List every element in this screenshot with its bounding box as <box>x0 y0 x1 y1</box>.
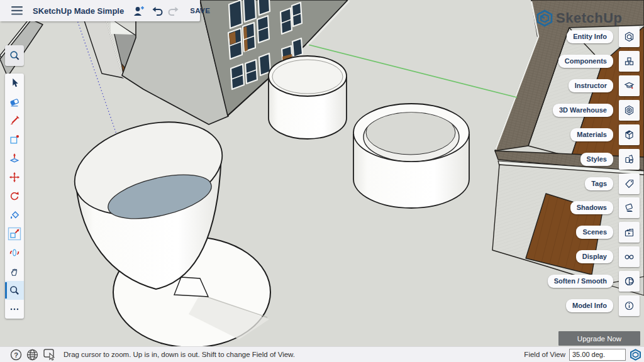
materials-icon <box>624 129 635 140</box>
zoom-tool[interactable] <box>5 281 24 300</box>
panel-label-shadows[interactable]: Shadows <box>570 201 613 214</box>
document-title: SKetchUp Made Simple <box>33 6 124 16</box>
scale-tool[interactable] <box>5 224 24 243</box>
panel-label-styles[interactable]: Styles <box>580 153 613 166</box>
ring-cylinder[interactable] <box>353 104 469 208</box>
zoom-cursor-mode-icon[interactable] <box>43 348 57 361</box>
3d-warehouse-button[interactable] <box>619 100 640 121</box>
top-bar: SKetchUp Made Simple SAVE <box>0 0 200 21</box>
flip-icon <box>9 247 20 258</box>
select-tool[interactable] <box>5 74 24 92</box>
shadows-icon <box>624 202 635 213</box>
sketchup-watermark: SketchUp <box>536 9 622 27</box>
field-of-view-label: Field of View <box>524 351 565 358</box>
shapes-tool[interactable] <box>5 130 24 149</box>
field-of-view-input[interactable] <box>569 349 626 361</box>
rotate-tool[interactable] <box>5 187 24 206</box>
components-icon <box>624 56 635 67</box>
sketchup-logo-icon <box>536 9 553 27</box>
push-pull-tool[interactable] <box>5 149 24 168</box>
undo-icon[interactable] <box>152 4 163 18</box>
panel-label-tags[interactable]: Tags <box>585 177 613 190</box>
search-tool-button[interactable] <box>5 45 24 66</box>
save-button[interactable]: SAVE <box>190 7 210 14</box>
materials-button[interactable] <box>619 124 640 145</box>
rotate-icon <box>9 190 20 202</box>
paint-bucket-icon <box>9 209 20 221</box>
svg-text:?: ? <box>14 351 18 358</box>
pencil-icon <box>9 115 20 126</box>
search-icon <box>9 50 21 62</box>
move-tool[interactable] <box>5 168 24 187</box>
model-info-button[interactable] <box>619 295 640 316</box>
status-bar: ? Drag cursor to zoom. Up is in, down is… <box>0 346 644 362</box>
entity-info-button[interactable] <box>619 26 640 47</box>
instructor-button[interactable] <box>619 75 640 96</box>
panel-label-3d-warehouse[interactable]: 3D Warehouse <box>553 104 613 117</box>
more-tools[interactable] <box>5 300 24 319</box>
app-window: SketchUp SKetchUp Made Simple <box>0 0 644 362</box>
panel-label-display[interactable]: Display <box>576 250 613 263</box>
eraser-icon <box>9 96 20 107</box>
panel-label-materials[interactable]: Materials <box>570 128 613 141</box>
panel-label-instructor[interactable]: Instructor <box>569 79 613 92</box>
scale-icon <box>8 227 21 241</box>
hamburger-menu-icon[interactable] <box>11 4 23 18</box>
display-icon <box>624 251 635 262</box>
instructor-icon <box>624 80 635 91</box>
redo-icon[interactable] <box>168 4 179 18</box>
pan-hand-icon <box>9 266 20 277</box>
tags-button[interactable] <box>619 173 640 194</box>
soften-smooth-button[interactable] <box>619 271 640 292</box>
flip-tool[interactable] <box>5 243 24 262</box>
panel-label-scenes[interactable]: Scenes <box>576 226 613 239</box>
help-icon[interactable]: ? <box>10 349 22 361</box>
display-button[interactable] <box>619 246 640 267</box>
status-hint-text: Drag cursor to zoom. Up is in, down is o… <box>64 351 295 358</box>
scenes-button[interactable] <box>619 222 640 243</box>
add-collaborator-icon[interactable] <box>133 4 145 18</box>
move-icon <box>9 172 20 183</box>
soften-smooth-icon <box>624 276 635 287</box>
shadows-button[interactable] <box>619 197 640 218</box>
scenes-icon <box>624 227 635 238</box>
panel-label-soften-smooth[interactable]: Soften / Smooth <box>548 275 613 288</box>
pan-tool[interactable] <box>5 262 24 281</box>
solid-cylinder[interactable] <box>269 56 347 139</box>
entity-info-icon <box>624 31 635 42</box>
styles-button[interactable] <box>619 149 640 170</box>
select-arrow-icon <box>9 77 20 89</box>
components-button[interactable] <box>619 51 640 72</box>
language-globe-icon[interactable] <box>26 349 38 361</box>
model-info-icon <box>624 300 635 311</box>
line-tool[interactable] <box>5 111 24 130</box>
watermark-brand-text: SketchUp <box>556 10 622 26</box>
viewport-3d-scene[interactable] <box>0 0 644 362</box>
drawing-toolbar <box>5 74 24 319</box>
panel-label-components[interactable]: Components <box>558 55 613 68</box>
push-pull-icon <box>9 153 20 164</box>
eraser-tool[interactable] <box>5 92 24 111</box>
styles-icon <box>624 154 635 165</box>
upgrade-now-button[interactable]: Upgrade Now <box>558 331 640 346</box>
sketchup-logo-icon-small <box>630 349 641 361</box>
tags-icon <box>624 178 635 189</box>
rectangle-shape-icon <box>9 134 20 145</box>
panel-label-entity-info[interactable]: Entity Info <box>567 30 613 43</box>
zoom-magnifier-icon <box>9 285 20 296</box>
panel-label-model-info[interactable]: Model Info <box>566 299 613 312</box>
paint-tool[interactable] <box>5 206 24 224</box>
ellipsis-icon <box>9 304 20 315</box>
3d-warehouse-icon <box>624 105 635 116</box>
